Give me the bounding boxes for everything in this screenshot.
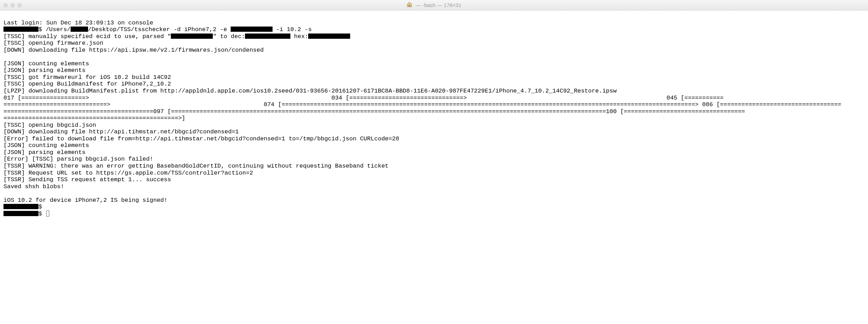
line: [TSSR] Sending TSS request attempt 1... …	[3, 176, 171, 183]
redacted	[245, 34, 290, 39]
line: [JSON] counting elements	[3, 142, 89, 149]
line: [JSON] parsing elements	[3, 149, 86, 156]
line: [TSSR] Request URL set to https://gs.app…	[3, 170, 253, 176]
line: [JSON] counting elements	[3, 60, 89, 67]
minimize-button[interactable]	[10, 3, 15, 7]
line: hex:	[290, 33, 308, 40]
redacted	[231, 27, 273, 32]
line: [Error] [TSSC] parsing bbgcid.json faile…	[3, 156, 153, 162]
line: Saved shsh blobs!	[3, 183, 64, 190]
prompt: $	[38, 211, 45, 217]
svg-rect-0	[409, 5, 410, 7]
line: [TSSC] manually specified ecid to use, p…	[3, 33, 171, 40]
line: Last login: Sun Dec 18 23:09:13 on conso…	[3, 20, 153, 26]
home-icon	[407, 2, 412, 8]
prompt: $	[38, 204, 45, 210]
line: -i 10.2 -s	[273, 26, 312, 33]
redacted	[3, 204, 38, 209]
line: [TSSC] opening firmware.json	[3, 40, 103, 46]
cursor	[46, 211, 49, 216]
window-titlebar: — -bash — 176×31	[0, 0, 868, 10]
line: [LPZP] downloading BuildManifest.plist f…	[3, 88, 617, 94]
terminal-content[interactable]: Last login: Sun Dec 18 23:09:13 on conso…	[0, 10, 868, 219]
redacted	[71, 27, 88, 32]
redacted	[308, 34, 350, 39]
redacted	[3, 27, 38, 32]
redacted	[3, 211, 38, 216]
close-button[interactable]	[3, 3, 8, 7]
line: $ /Users/	[38, 26, 71, 33]
line: iOS 10.2 for device iPhone7,2 IS being s…	[3, 197, 167, 204]
redacted	[171, 34, 213, 39]
window-title: — -bash — 176×31	[416, 2, 462, 8]
line: [DOWN] downloading file http://api.tihms…	[3, 128, 239, 135]
line: ========================================…	[3, 108, 745, 115]
zoom-button[interactable]	[17, 3, 22, 7]
line: [TSSC] got firmwareurl for iOS 10.2 buil…	[3, 74, 171, 81]
line: /Desktop/TSS/tsschecker -d iPhone7,2 -e	[88, 26, 231, 33]
line: [JSON] parsing elements	[3, 67, 86, 74]
line: [Error] failed to download file from=htt…	[3, 135, 399, 142]
line: [TSSC] opening Buildmanifest for iPhone7…	[3, 81, 171, 87]
window-title-area: — -bash — 176×31	[407, 2, 462, 8]
line: [DOWN] downloading file https://api.ipsw…	[3, 47, 264, 53]
line: " to dec:	[213, 33, 245, 40]
line: ========================================…	[3, 115, 185, 122]
line: 017 [==================> 034 [==========…	[3, 95, 724, 101]
line: [TSSC] opening bbgcid.json	[3, 122, 96, 128]
window-controls	[3, 3, 22, 7]
line: =============================> 074 [====…	[3, 101, 841, 108]
line: [TSSR] WARNING: there was an error getti…	[3, 163, 389, 169]
